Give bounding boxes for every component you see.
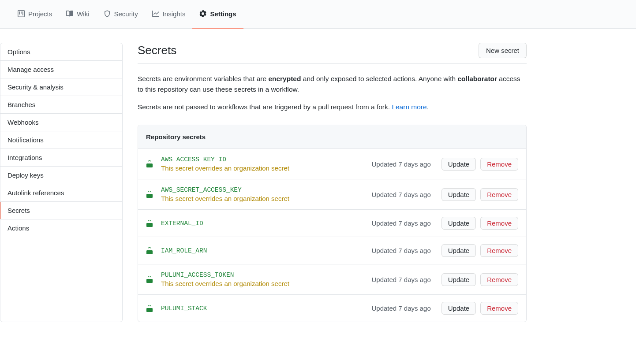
update-button[interactable]: Update — [441, 217, 476, 230]
secret-row: PULUMI_ACCESS_TOKENThis secret overrides… — [138, 264, 526, 295]
remove-button[interactable]: Remove — [480, 217, 518, 230]
secret-updated: Updated 7 days ago — [371, 247, 430, 254]
secret-name[interactable]: IAM_ROLE_ARN — [161, 247, 371, 254]
secret-actions: UpdateRemove — [441, 158, 518, 171]
sidebar-item-webhooks[interactable]: Webhooks — [0, 114, 122, 131]
secret-override-note: This secret overrides an organization se… — [161, 195, 371, 202]
secrets-box: Repository secrets AWS_ACCESS_KEY_IDThis… — [138, 125, 527, 322]
sidebar-item-autolink-references[interactable]: Autolink references — [0, 184, 122, 202]
update-button[interactable]: Update — [441, 273, 476, 286]
sidebar-item-notifications[interactable]: Notifications — [0, 131, 122, 149]
page-title: Secrets — [138, 44, 176, 57]
secret-actions: UpdateRemove — [441, 244, 518, 257]
graph-icon — [152, 10, 159, 17]
tab-label: Insights — [163, 10, 186, 18]
lock-icon — [146, 305, 153, 312]
tab-security[interactable]: Security — [97, 0, 145, 29]
tab-label: Projects — [28, 10, 52, 18]
secret-updated: Updated 7 days ago — [371, 191, 430, 198]
secret-row: AWS_SECRET_ACCESS_KEYThis secret overrid… — [138, 179, 526, 210]
project-icon — [18, 10, 25, 17]
secret-updated: Updated 7 days ago — [371, 160, 430, 168]
secret-info: IAM_ROLE_ARN — [161, 247, 371, 254]
secret-info: PULUMI_STACK — [161, 305, 371, 312]
secret-info: PULUMI_ACCESS_TOKENThis secret overrides… — [161, 271, 371, 287]
secret-updated: Updated 7 days ago — [371, 276, 430, 283]
description-2: Secrets are not passed to workflows that… — [138, 102, 527, 112]
shield-icon — [104, 10, 111, 17]
box-header: Repository secrets — [138, 125, 526, 149]
secret-info: EXTERNAL_ID — [161, 220, 371, 227]
secret-name[interactable]: EXTERNAL_ID — [161, 220, 371, 227]
secret-actions: UpdateRemove — [441, 217, 518, 230]
secret-name[interactable]: PULUMI_STACK — [161, 305, 371, 312]
tab-wiki[interactable]: Wiki — [59, 0, 96, 29]
secret-row: PULUMI_STACKUpdated 7 days agoUpdateRemo… — [138, 295, 526, 322]
remove-button[interactable]: Remove — [480, 302, 518, 315]
secret-row: EXTERNAL_IDUpdated 7 days agoUpdateRemov… — [138, 210, 526, 237]
sidebar-item-manage-access[interactable]: Manage access — [0, 61, 122, 78]
secret-updated: Updated 7 days ago — [371, 219, 430, 227]
secret-name[interactable]: AWS_SECRET_ACCESS_KEY — [161, 186, 371, 193]
secret-info: AWS_SECRET_ACCESS_KEYThis secret overrid… — [161, 186, 371, 202]
remove-button[interactable]: Remove — [480, 273, 518, 286]
settings-sidebar: OptionsManage accessSecurity & analysisB… — [0, 43, 123, 322]
tab-settings[interactable]: Settings — [192, 0, 243, 29]
sidebar-item-actions[interactable]: Actions — [0, 219, 122, 237]
tab-label: Settings — [210, 10, 236, 18]
update-button[interactable]: Update — [441, 158, 476, 171]
tab-projects[interactable]: Projects — [11, 0, 59, 29]
remove-button[interactable]: Remove — [480, 188, 518, 201]
tab-label: Security — [114, 10, 138, 18]
secret-override-note: This secret overrides an organization se… — [161, 280, 371, 287]
secret-name[interactable]: PULUMI_ACCESS_TOKEN — [161, 271, 371, 279]
sidebar-item-branches[interactable]: Branches — [0, 96, 122, 114]
sidebar-item-deploy-keys[interactable]: Deploy keys — [0, 167, 122, 184]
tab-insights[interactable]: Insights — [145, 0, 193, 29]
lock-icon — [146, 247, 153, 254]
secret-actions: UpdateRemove — [441, 302, 518, 315]
sidebar-item-options[interactable]: Options — [0, 43, 122, 61]
lock-icon — [146, 220, 153, 227]
main-content: Secrets New secret Secrets are environme… — [123, 43, 527, 322]
update-button[interactable]: Update — [441, 188, 476, 201]
learn-more-link[interactable]: Learn more — [392, 103, 426, 111]
secret-name[interactable]: AWS_ACCESS_KEY_ID — [161, 156, 371, 163]
secret-row: AWS_ACCESS_KEY_IDThis secret overrides a… — [138, 149, 526, 179]
remove-button[interactable]: Remove — [480, 244, 518, 257]
sidebar-item-integrations[interactable]: Integrations — [0, 149, 122, 167]
lock-icon — [146, 160, 153, 167]
update-button[interactable]: Update — [441, 302, 476, 315]
new-secret-button[interactable]: New secret — [479, 43, 527, 58]
repo-tabs: Projects Wiki Security Insights Settings — [0, 0, 636, 29]
tab-label: Wiki — [77, 10, 89, 18]
page-header: Secrets New secret — [138, 43, 527, 64]
lock-icon — [146, 191, 153, 198]
description-1: Secrets are environment variables that a… — [138, 74, 527, 95]
secret-override-note: This secret overrides an organization se… — [161, 164, 371, 172]
sidebar-item-security-analysis[interactable]: Security & analysis — [0, 78, 122, 96]
book-icon — [66, 10, 73, 17]
gear-icon — [199, 10, 206, 17]
secret-updated: Updated 7 days ago — [371, 305, 430, 312]
secret-row: IAM_ROLE_ARNUpdated 7 days agoUpdateRemo… — [138, 237, 526, 264]
sidebar-item-secrets[interactable]: Secrets — [0, 202, 122, 219]
update-button[interactable]: Update — [441, 244, 476, 257]
lock-icon — [146, 276, 153, 283]
secret-actions: UpdateRemove — [441, 188, 518, 201]
secret-info: AWS_ACCESS_KEY_IDThis secret overrides a… — [161, 156, 371, 172]
secret-actions: UpdateRemove — [441, 273, 518, 286]
remove-button[interactable]: Remove — [480, 158, 518, 171]
